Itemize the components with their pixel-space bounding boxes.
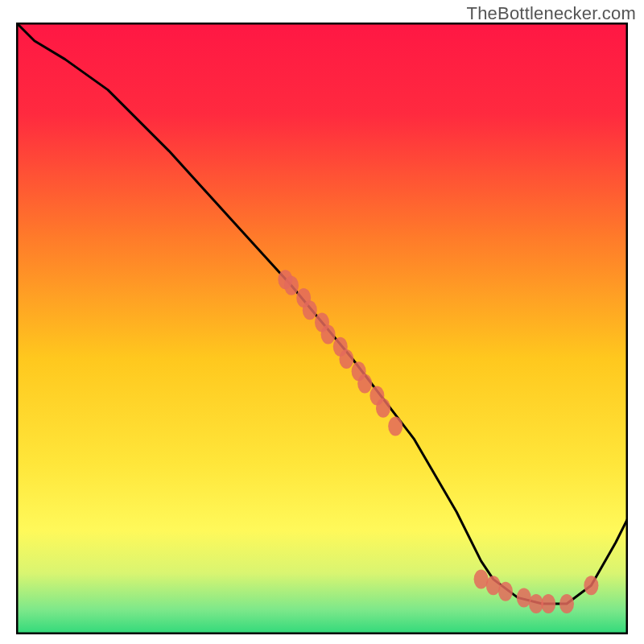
chart-plot — [16, 23, 628, 634]
scatter-point — [541, 594, 555, 613]
scatter-point — [357, 374, 372, 393]
scatter-point — [584, 576, 598, 595]
scatter-point — [388, 417, 402, 436]
scatter-point — [284, 276, 299, 295]
scatter-point — [498, 582, 513, 601]
scatter-point — [339, 349, 353, 369]
chart-frame: TheBottlenecker.com — [0, 0, 644, 644]
watermark-label: TheBottlenecker.com — [467, 3, 636, 24]
scatter-point — [321, 325, 336, 345]
chart-svg — [16, 23, 628, 634]
scatter-point — [303, 300, 317, 320]
scatter-point — [376, 398, 390, 418]
scatter-point — [559, 594, 574, 613]
